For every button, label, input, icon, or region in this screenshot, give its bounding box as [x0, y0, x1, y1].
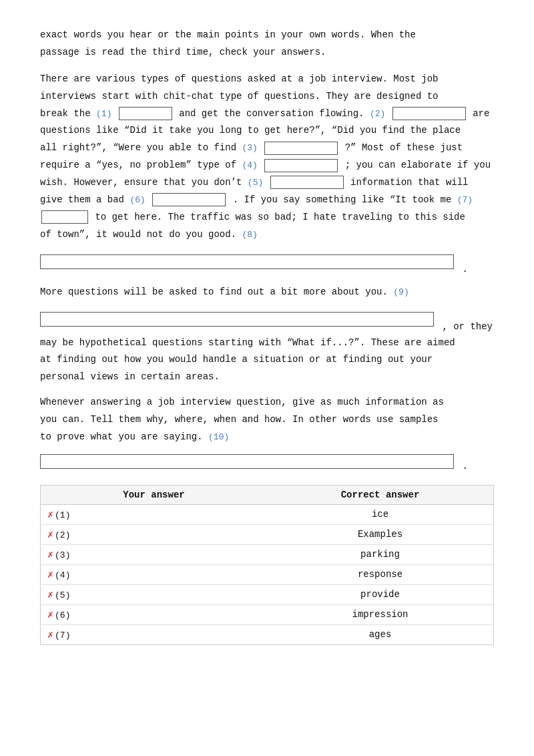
paragraph-2: More questions will be asked to find out…	[40, 284, 494, 301]
your-answer-cell: ✗(1)	[41, 504, 268, 524]
para3-line2: you can. Tell them why, where, when and …	[40, 414, 439, 425]
para1-line2: interviews start with chit-chat type of …	[40, 91, 439, 102]
para2-line1: More questions will be asked to find out…	[40, 287, 388, 297]
input-6[interactable]	[152, 193, 226, 206]
para3-line3: to prove what you are saying.	[40, 431, 203, 442]
wrong-icon: ✗	[47, 510, 53, 521]
correct-answer-cell: ice	[267, 504, 494, 524]
para1-line6: require a “yes, no problem” type of	[40, 160, 236, 170]
wrong-icon: ✗	[47, 630, 53, 641]
col-correct-answer-header: Correct answer	[267, 485, 494, 504]
your-answer-cell: ✗(7)	[41, 624, 268, 644]
para1-seg2: and get the conversation flowing.	[179, 108, 364, 119]
table-row: ✗(1)ice	[41, 504, 494, 524]
row-num: (2)	[55, 530, 70, 540]
input-9-container: , or they	[40, 309, 494, 332]
para2-line4: personal views in certain areas.	[40, 371, 220, 382]
table-row: ✗(6)impression	[41, 604, 494, 624]
para1-seg4: ?” Most of these just	[345, 142, 463, 153]
col-your-answer-header: Your answer	[41, 485, 268, 504]
input-10-container: .	[40, 454, 494, 471]
para1-seg5: ; you can elaborate if you	[345, 160, 491, 170]
input-4[interactable]	[264, 159, 338, 172]
para1-seg1: break the	[40, 108, 91, 119]
para3-line1: Whenever answering a job interview quest…	[40, 397, 444, 407]
table-row: ✗(3)parking	[41, 544, 494, 564]
wrong-icon: ✗	[47, 530, 53, 541]
ref10: (10)	[208, 432, 229, 442]
correct-answer-cell: ages	[267, 624, 494, 644]
ref5: (5)	[248, 178, 263, 188]
input-5[interactable]	[270, 176, 344, 189]
table-row: ✗(7)ages	[41, 624, 494, 644]
para1-line4: questions like “Did it take you long to …	[40, 125, 461, 136]
input-7[interactable]	[41, 210, 88, 224]
answer-table: Your answer Correct answer ✗(1)ice✗(2)Ex…	[40, 485, 494, 645]
para2-line2: may be hypothetical questions starting w…	[40, 337, 455, 348]
correct-answer-cell: response	[267, 564, 494, 584]
your-answer-cell: ✗(2)	[41, 524, 268, 544]
para1-line9: to get here. The traffic was so bad; I h…	[95, 212, 465, 222]
para1-seg3: are	[473, 108, 489, 119]
ref3: (3)	[242, 143, 257, 153]
input-9[interactable]	[40, 312, 434, 327]
wrong-icon: ✗	[47, 610, 53, 621]
table-row: ✗(4)response	[41, 564, 494, 584]
row-num: (6)	[55, 610, 70, 620]
input-8[interactable]	[40, 254, 454, 269]
input-10[interactable]	[40, 454, 454, 469]
para1-line8: give them a bad	[40, 194, 124, 205]
your-answer-cell: ✗(6)	[41, 604, 268, 624]
row-num: (1)	[55, 510, 70, 520]
paragraph-1: There are various types of questions ask…	[40, 71, 494, 244]
intro-line2: passage is read the third time, check yo…	[40, 47, 326, 57]
para2-line3: at finding out how you would handle a si…	[40, 354, 433, 365]
ref7: (7)	[457, 195, 473, 205]
input-1[interactable]	[119, 107, 172, 120]
intro-line1: exact words you hear or the main points …	[40, 29, 416, 40]
your-answer-cell: ✗(3)	[41, 544, 268, 564]
row-num: (5)	[55, 590, 70, 600]
table-row: ✗(5)provide	[41, 584, 494, 604]
row-num: (7)	[55, 630, 70, 640]
para1-seg6: information that will	[350, 177, 468, 188]
correct-answer-cell: parking	[267, 544, 494, 564]
wrong-icon: ✗	[47, 550, 53, 561]
input-2[interactable]	[392, 107, 466, 120]
correct-answer-cell: Examples	[267, 524, 494, 544]
para1-line10: of town”, it would not do you good.	[40, 229, 236, 240]
para1-line7: wish. However, ensure that you don’t	[40, 177, 242, 188]
your-answer-cell: ✗(4)	[41, 564, 268, 584]
ref2: (2)	[370, 109, 385, 119]
paragraph-2-cont: may be hypothetical questions starting w…	[40, 335, 494, 387]
para1-seg7: . If you say something like “It took me	[233, 194, 452, 205]
input-8-container: .	[40, 252, 494, 274]
intro-paragraph: exact words you hear or the main points …	[40, 27, 494, 61]
correct-answer-cell: impression	[267, 604, 494, 624]
your-answer-cell: ✗(5)	[41, 584, 268, 604]
table-row: ✗(2)Examples	[41, 524, 494, 544]
row-num: (4)	[55, 570, 70, 580]
para1-line1: There are various types of questions ask…	[40, 73, 439, 84]
ref4: (4)	[242, 160, 257, 170]
paragraph-3: Whenever answering a job interview quest…	[40, 394, 494, 446]
wrong-icon: ✗	[47, 590, 53, 601]
input-3[interactable]	[264, 142, 338, 155]
para1-line5: all right?”, “Were you able to find	[40, 142, 236, 153]
ref9: (9)	[393, 287, 409, 297]
ref6: (6)	[129, 195, 145, 205]
correct-answer-cell: provide	[267, 584, 494, 604]
wrong-icon: ✗	[47, 570, 53, 581]
ref1: (1)	[96, 109, 111, 119]
row-num: (3)	[55, 550, 70, 560]
ref8: (8)	[242, 230, 257, 240]
